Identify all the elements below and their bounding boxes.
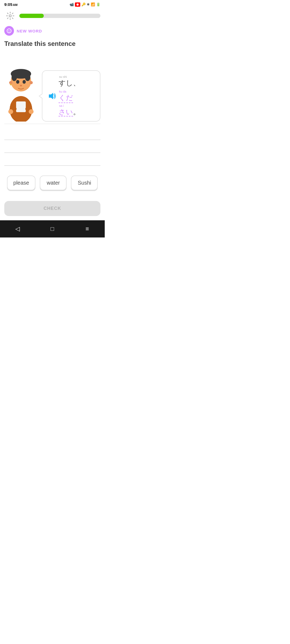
- bubble-inner: su shi すし、 ku da くだ sa i さい。: [47, 75, 95, 117]
- answer-line-2: [4, 141, 100, 153]
- bluetooth-icon: ✱: [87, 2, 90, 6]
- settings-icon[interactable]: [4, 10, 16, 22]
- svg-point-18: [8, 109, 13, 114]
- kana-sai: さい。: [59, 107, 80, 117]
- status-icons: 📹 🔑 ✱ 📶 🔋: [70, 2, 100, 7]
- word-chip-water[interactable]: water: [40, 175, 67, 190]
- svg-point-13: [16, 80, 19, 84]
- check-button[interactable]: CHECK: [4, 201, 100, 216]
- svg-point-2: [8, 30, 9, 31]
- svg-point-14: [23, 80, 26, 84]
- romaji-sushi: su shi: [59, 75, 67, 78]
- nav-home-button[interactable]: □: [47, 224, 58, 234]
- kana-kuda: くだ: [59, 93, 73, 103]
- svg-point-3: [10, 30, 10, 31]
- word-sushi: su shi すし、: [59, 75, 80, 88]
- battery-icon: 🔋: [96, 2, 100, 6]
- answer-line-3: [4, 154, 100, 166]
- instruction-text: Translate this sentence: [0, 38, 105, 52]
- character: [2, 60, 40, 122]
- svg-point-11: [30, 81, 33, 84]
- nav-menu-button[interactable]: ≡: [82, 224, 93, 234]
- svg-point-9: [25, 74, 30, 81]
- word-chip-please[interactable]: please: [7, 175, 36, 190]
- bubble-text-area: su shi すし、 ku da くだ sa i さい。: [59, 75, 95, 117]
- new-word-label: NEW WORD: [17, 29, 42, 33]
- scene-divider: [4, 124, 100, 124]
- progress-bar: [19, 14, 100, 18]
- answer-line-1: [4, 128, 100, 140]
- svg-point-0: [9, 15, 11, 17]
- romaji-kuda: ku da: [59, 90, 66, 93]
- sound-icon[interactable]: [47, 92, 56, 100]
- word-chip-sushi[interactable]: Sushi: [71, 175, 98, 190]
- word-kuda: ku da くだ: [59, 90, 73, 103]
- badge-icon: [4, 26, 14, 36]
- status-time: 9:05: [4, 2, 12, 7]
- svg-point-19: [29, 109, 34, 114]
- top-controls: [0, 8, 105, 24]
- scene: su shi すし、 ku da くだ sa i さい。: [0, 52, 105, 122]
- speech-bubble: su shi すし、 ku da くだ sa i さい。: [42, 70, 100, 122]
- svg-marker-20: [49, 93, 53, 99]
- check-button-container: CHECK: [0, 197, 105, 220]
- status-ampm: AM: [13, 3, 17, 6]
- answer-area: [0, 126, 105, 169]
- svg-point-15: [20, 85, 22, 86]
- key-icon: 🔑: [81, 2, 86, 6]
- word-options: please water Sushi: [0, 169, 105, 197]
- svg-point-12: [10, 84, 12, 85]
- progress-bar-fill: [19, 14, 44, 18]
- svg-point-1: [7, 29, 11, 33]
- svg-rect-5: [16, 101, 26, 112]
- word-sai: sa i さい。: [59, 104, 80, 117]
- nav-bar: ◁ □ ≡: [0, 220, 105, 237]
- new-word-badge: NEW WORD: [0, 24, 105, 38]
- svg-point-8: [12, 74, 17, 81]
- romaji-sai: sa i: [59, 104, 64, 107]
- video-icon: 📹: [70, 2, 74, 6]
- nav-back-button[interactable]: ◁: [12, 224, 23, 234]
- kana-sushi: すし、: [59, 78, 80, 88]
- rec-icon: [75, 2, 80, 7]
- status-bar: 9:05 AM 📹 🔑 ✱ 📶 🔋: [0, 0, 105, 8]
- wifi-icon: 📶: [91, 2, 95, 6]
